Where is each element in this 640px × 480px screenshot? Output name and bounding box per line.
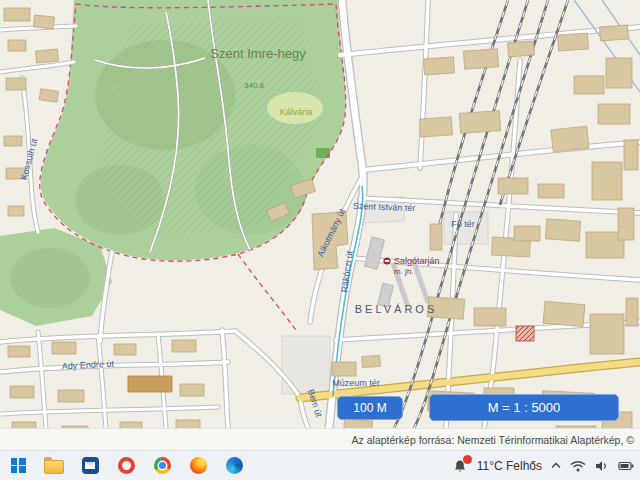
scale-bar-button[interactable]: 100 M	[337, 396, 403, 420]
label-fo-ter: Fő tér	[451, 219, 475, 229]
railway-station-icon	[383, 257, 390, 264]
desktop-screen: Szent Imre-hegy 340,8 Kálvária Alkotmány…	[0, 0, 640, 480]
firefox-button[interactable]	[180, 451, 216, 480]
edge-icon	[226, 457, 243, 474]
map-viewport[interactable]: Szent Imre-hegy 340,8 Kálvária Alkotmány…	[0, 0, 640, 428]
chevron-up-icon	[551, 462, 561, 469]
label-belvaros: BELVÁROS	[355, 303, 438, 315]
red-ring-app-icon	[118, 457, 135, 474]
red-app-button[interactable]	[108, 451, 144, 480]
notification-badge	[462, 454, 473, 465]
battery-icon	[618, 461, 634, 471]
taskbar: 11°C Felhős	[0, 450, 640, 480]
battery-button[interactable]	[618, 461, 634, 471]
map-attribution: Az alaptérkép forrása: Nemzeti Térinform…	[0, 428, 640, 450]
edge-button[interactable]	[216, 451, 252, 480]
label-station-suffix: m. jh.	[394, 267, 414, 276]
wifi-icon	[570, 460, 586, 472]
show-hidden-icons-button[interactable]	[551, 462, 561, 469]
map-canvas[interactable]: Szent Imre-hegy 340,8 Kálvária Alkotmány…	[0, 0, 640, 428]
weather-text: 11°C Felhős	[477, 459, 542, 473]
weather-widget-button[interactable]: 11°C Felhős	[477, 459, 542, 473]
label-kalvaria: Kálvária	[280, 107, 313, 117]
label-station-name: Salgótarján	[394, 256, 440, 266]
speaker-icon	[595, 460, 609, 472]
start-button[interactable]	[0, 451, 36, 480]
chrome-icon	[154, 457, 171, 474]
system-tray: 11°C Felhős	[452, 459, 640, 473]
label-hill-elevation: 340,8	[244, 81, 265, 90]
windows-logo-icon	[11, 458, 26, 473]
mail-icon	[82, 457, 99, 474]
scale-ratio-button[interactable]: M = 1 : 5000	[429, 394, 619, 421]
network-button[interactable]	[570, 460, 586, 472]
folder-icon	[44, 460, 64, 474]
notification-button[interactable]	[452, 459, 468, 473]
label-muzeum-ter: Múzeum tér	[332, 378, 380, 388]
volume-button[interactable]	[595, 460, 609, 472]
file-explorer-button[interactable]	[36, 451, 72, 480]
attribution-text: Az alaptérkép forrása: Nemzeti Térinform…	[352, 434, 634, 446]
firefox-icon	[190, 457, 207, 474]
chrome-button[interactable]	[144, 451, 180, 480]
label-hill-name: Szent Imre-hegy	[210, 46, 306, 61]
mail-app-button[interactable]	[72, 451, 108, 480]
